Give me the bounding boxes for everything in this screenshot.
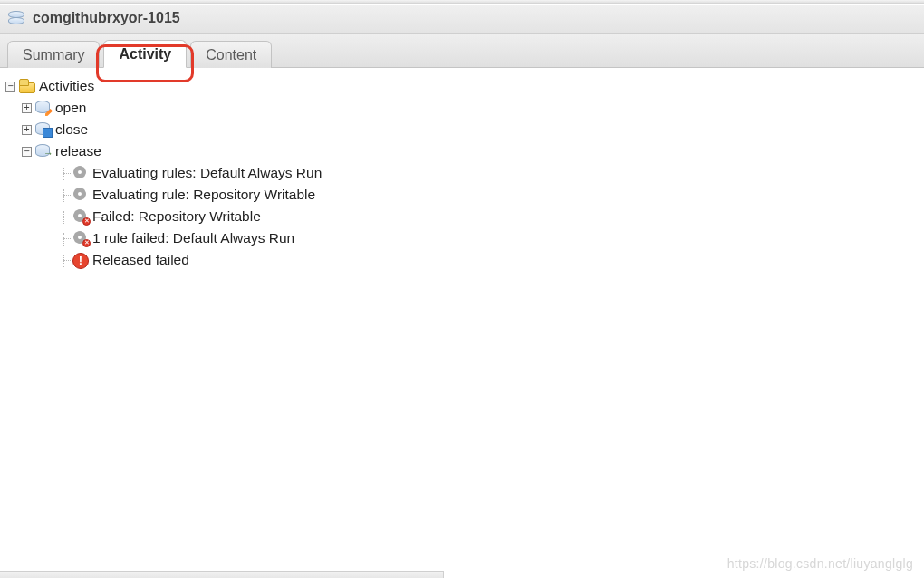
release-failed-writable-label: Failed: Repository Writable: [92, 206, 261, 227]
release-eval-rule-writable-label: Evaluating rule: Repository Writable: [92, 184, 315, 206]
tree-item-release[interactable]: − release: [4, 140, 920, 162]
db-save-icon: [35, 122, 52, 137]
release-one-rule-failed-label: 1 rule failed: Default Always Run: [92, 227, 294, 249]
tree-item-close-label: close: [55, 119, 88, 140]
tab-summary[interactable]: Summary: [7, 41, 100, 68]
tree-line-icon: [58, 209, 71, 224]
tree-line-icon: [58, 166, 71, 180]
tab-content[interactable]: Content: [190, 41, 272, 68]
release-one-rule-failed[interactable]: 1 rule failed: Default Always Run: [4, 227, 920, 249]
tree-item-open-label: open: [55, 97, 86, 119]
release-eval-rules[interactable]: Evaluating rules: Default Always Run: [4, 162, 920, 184]
tree-line-icon: [58, 188, 71, 202]
activity-tree: − Activities + open + close − release Ev…: [0, 68, 924, 275]
folder-open-icon: [19, 79, 35, 93]
tree-item-close[interactable]: + close: [4, 119, 920, 140]
gear-fail-icon: [72, 209, 89, 224]
expand-icon[interactable]: +: [22, 103, 32, 113]
gear-icon: [72, 188, 89, 202]
release-eval-rules-label: Evaluating rules: Default Always Run: [92, 162, 322, 184]
gear-icon: [72, 166, 89, 180]
bottom-panel-edge: [0, 571, 444, 578]
collapse-icon[interactable]: −: [22, 147, 32, 157]
gear-fail-icon: [72, 231, 89, 246]
release-failed-writable[interactable]: Failed: Repository Writable: [4, 206, 920, 227]
error-icon: [72, 253, 89, 267]
release-released-failed-label: Released failed: [92, 249, 189, 271]
db-edit-icon: [35, 101, 52, 115]
tree-item-release-label: release: [55, 140, 101, 162]
watermark-text: https://blog.csdn.net/liuyanglglg: [727, 556, 913, 571]
tree-line-icon: [58, 253, 71, 267]
tab-activity[interactable]: Activity: [103, 40, 187, 68]
tree-item-open[interactable]: + open: [4, 97, 920, 119]
release-eval-rule-writable[interactable]: Evaluating rule: Repository Writable: [4, 184, 920, 206]
tree-root-activities[interactable]: − Activities: [4, 75, 920, 97]
db-release-icon: [35, 144, 52, 159]
expand-icon[interactable]: +: [22, 125, 32, 135]
database-icon: [7, 11, 25, 25]
collapse-icon[interactable]: −: [5, 82, 15, 92]
panel-title: comgithubrxyor-1015: [33, 10, 180, 26]
tab-summary-label: Summary: [23, 47, 84, 63]
tree-root-label: Activities: [39, 75, 94, 97]
release-released-failed[interactable]: Released failed: [4, 249, 920, 271]
tree-line-icon: [58, 231, 71, 246]
panel-header: comgithubrxyor-1015: [0, 4, 924, 34]
tab-activity-label: Activity: [119, 46, 171, 62]
tab-bar: Summary Activity Content: [0, 34, 924, 68]
tab-content-label: Content: [206, 47, 256, 63]
